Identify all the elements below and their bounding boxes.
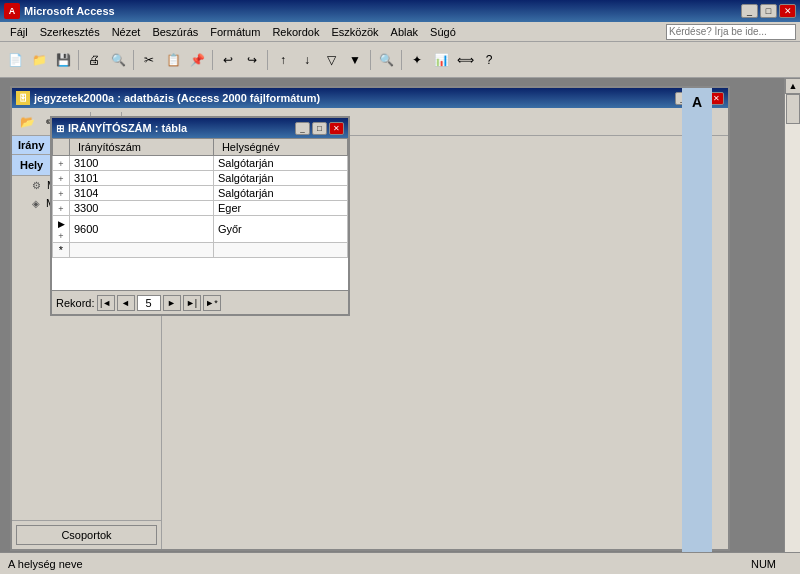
main-toolbar: 📄 📁 💾 🖨 🔍 ✂ 📋 📌 ↩ ↪ ↑ ↓ ▽ ▼ 🔍 ✦ 📊 ⟺ ?	[0, 42, 800, 78]
row-indicator: ▶ +	[53, 216, 70, 243]
table-row[interactable]: ▶ + 9600 Győr	[53, 216, 348, 243]
app-minimize-button[interactable]: _	[741, 4, 758, 18]
cell-helysegnev[interactable]: Salgótarján	[213, 156, 347, 171]
copy-button[interactable]: 📋	[162, 49, 184, 71]
table-row[interactable]: + 3104 Salgótarján	[53, 186, 348, 201]
table-new-row: *	[53, 243, 348, 258]
app-maximize-button[interactable]: □	[760, 4, 777, 18]
record-number: 5	[137, 295, 161, 311]
db-open-btn[interactable]: 📂	[16, 111, 38, 133]
nav-prev-button[interactable]: ◄	[117, 295, 135, 311]
nav-first-button[interactable]: |◄	[97, 295, 115, 311]
cell-iranyitoszam[interactable]: 9600	[70, 216, 214, 243]
new-obj-button[interactable]: ✦	[406, 49, 428, 71]
table-window-icon: ⊞	[56, 123, 64, 134]
table-row[interactable]: + 3101 Salgótarján	[53, 171, 348, 186]
rel-button[interactable]: ⟺	[454, 49, 476, 71]
cell-iranyitoszam[interactable]: 3101	[70, 171, 214, 186]
table-window-title: IRÁNYÍTÓSZÁM : tábla	[68, 122, 187, 134]
table-window: ⊞ IRÁNYÍTÓSZÁM : tábla _ □ ✕ Irányítószá…	[50, 116, 350, 316]
data-table: Irányítószám Helységnév + 3100 Salgótarj…	[52, 138, 348, 258]
menu-bar: Fájl Szerkesztés Nézet Beszúrás Formátum…	[0, 22, 800, 42]
app-title-bar: A Microsoft Access _ □ ✕	[0, 0, 800, 22]
scroll-thumb[interactable]	[786, 94, 800, 124]
help-button[interactable]: ?	[478, 49, 500, 71]
sep5	[370, 50, 371, 70]
print-button[interactable]: 🖨	[83, 49, 105, 71]
modulok-icon: ◈	[32, 198, 40, 209]
menu-help[interactable]: Súgó	[424, 24, 462, 40]
paste-button[interactable]: 📌	[186, 49, 208, 71]
nav-next-button[interactable]: ►	[163, 295, 181, 311]
sep1	[78, 50, 79, 70]
new-button[interactable]: 📄	[4, 49, 26, 71]
cell-iranyitoszam[interactable]: 3100	[70, 156, 214, 171]
table-close-button[interactable]: ✕	[329, 122, 344, 135]
cell-helysegnev[interactable]: Salgótarján	[213, 186, 347, 201]
panel-letter: A	[692, 94, 702, 110]
find-button[interactable]: 🔍	[375, 49, 397, 71]
app-title: Microsoft Access	[24, 5, 115, 17]
groups-button[interactable]: Csoportok	[16, 525, 157, 545]
col-indicator-header	[53, 139, 70, 156]
new-row-col2	[213, 243, 347, 258]
cell-iranyitoszam[interactable]: 3300	[70, 201, 214, 216]
status-num-indicator: NUM	[751, 558, 792, 570]
row-indicator: +	[53, 171, 70, 186]
cell-helysegnev[interactable]: Eger	[213, 201, 347, 216]
sep6	[401, 50, 402, 70]
menu-insert[interactable]: Beszúrás	[146, 24, 204, 40]
main-area: 🗄 jegyzetek2000a : adatbázis (Access 200…	[0, 78, 800, 574]
sort-desc-button[interactable]: ↓	[296, 49, 318, 71]
nav-last-button[interactable]: ►|	[183, 295, 201, 311]
scroll-track[interactable]	[785, 94, 800, 558]
row-indicator: +	[53, 201, 70, 216]
status-bar: A helység neve NUM	[0, 552, 800, 574]
row-indicator: +	[53, 156, 70, 171]
menu-tools[interactable]: Eszközök	[325, 24, 384, 40]
menu-window[interactable]: Ablak	[385, 24, 425, 40]
table-row[interactable]: + 3100 Salgótarján	[53, 156, 348, 171]
grid-container: Irányítószám Helységnév + 3100 Salgótarj…	[52, 138, 348, 290]
main-vertical-scrollbar[interactable]: ▲ ▼	[784, 78, 800, 574]
properties-button[interactable]: 📊	[430, 49, 452, 71]
search-area	[666, 24, 796, 40]
menu-view[interactable]: Nézet	[106, 24, 147, 40]
sep4	[267, 50, 268, 70]
sep3	[212, 50, 213, 70]
record-navigator: Rekord: |◄ ◄ 5 ► ►| ►*	[52, 290, 348, 314]
cut-button[interactable]: ✂	[138, 49, 160, 71]
print-preview-button[interactable]: 🔍	[107, 49, 129, 71]
table-title-bar: ⊞ IRÁNYÍTÓSZÁM : tábla _ □ ✕	[52, 118, 348, 138]
filter-apply-button[interactable]: ▼	[344, 49, 366, 71]
redo-button[interactable]: ↪	[241, 49, 263, 71]
nav-new-button[interactable]: ►*	[203, 295, 221, 311]
save-button[interactable]: 💾	[52, 49, 74, 71]
table-minimize-button[interactable]: _	[295, 122, 310, 135]
table-row[interactable]: + 3300 Eger	[53, 201, 348, 216]
cell-iranyitoszam[interactable]: 3104	[70, 186, 214, 201]
search-input[interactable]	[666, 24, 796, 40]
col-iranyitoszam-header: Irányítószám	[70, 139, 214, 156]
cell-helysegnev[interactable]: Győr	[213, 216, 347, 243]
menu-edit[interactable]: Szerkesztés	[34, 24, 106, 40]
menu-format[interactable]: Formátum	[204, 24, 266, 40]
app-close-button[interactable]: ✕	[779, 4, 796, 18]
table-maximize-button[interactable]: □	[312, 122, 327, 135]
makrok-icon: ⚙	[32, 180, 41, 191]
undo-button[interactable]: ↩	[217, 49, 239, 71]
sidebar-bottom: Csoportok	[12, 520, 161, 549]
sep2	[133, 50, 134, 70]
open-button[interactable]: 📁	[28, 49, 50, 71]
filter-button[interactable]: ▽	[320, 49, 342, 71]
menu-file[interactable]: Fájl	[4, 24, 34, 40]
cell-helysegnev[interactable]: Salgótarján	[213, 171, 347, 186]
scroll-up-button[interactable]: ▲	[785, 78, 800, 94]
col-helysegnev-header: Helységnév	[213, 139, 347, 156]
record-label: Rekord:	[56, 297, 95, 309]
db-title: jegyzetek2000a : adatbázis (Access 2000 …	[34, 92, 320, 104]
sort-asc-button[interactable]: ↑	[272, 49, 294, 71]
app-icon: A	[4, 3, 20, 19]
menu-records[interactable]: Rekordok	[266, 24, 325, 40]
db-icon: 🗄	[16, 91, 30, 105]
